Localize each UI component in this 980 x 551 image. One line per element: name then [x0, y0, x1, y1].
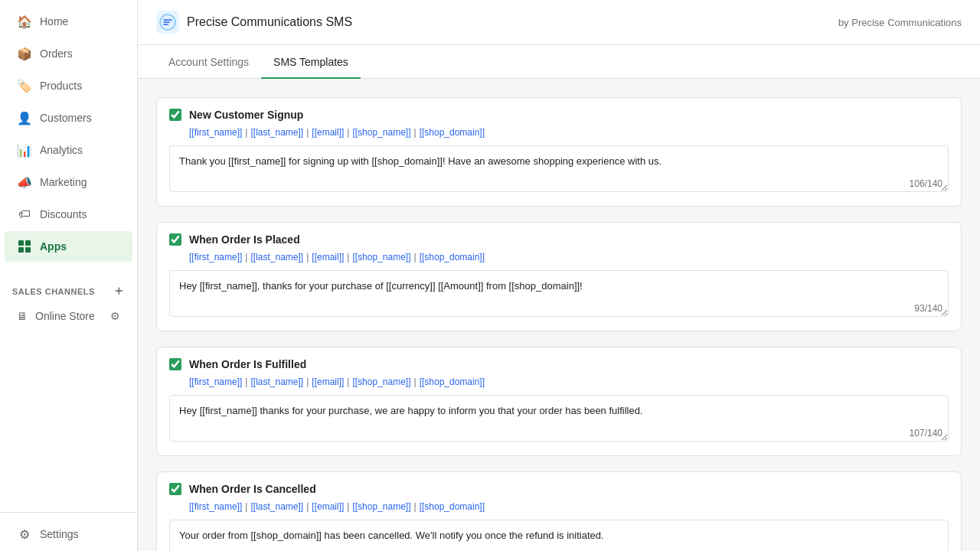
template-when-order-fulfilled-textarea[interactable]: Hey [[first_name]] thanks for your purch… — [169, 395, 949, 442]
template-new-customer-signup-textarea[interactable]: Thank you [[first_name]] for signing up … — [169, 145, 949, 192]
svg-rect-2 — [18, 247, 24, 253]
sidebar-item-products-label: Products — [40, 80, 82, 92]
tag-first-name-3[interactable]: [[first_name]] — [189, 501, 242, 512]
tag-last-name-3[interactable]: [[last_name]] — [250, 501, 303, 512]
template-when-order-fulfilled-checkbox[interactable] — [169, 358, 181, 370]
tab-sms-templates[interactable]: SMS Templates — [261, 45, 361, 79]
svg-rect-0 — [18, 240, 24, 246]
home-icon: 🏠 — [17, 14, 32, 29]
sales-channels-label: SALES CHANNELS — [12, 287, 95, 296]
sidebar-item-marketing[interactable]: 📣 Marketing — [5, 167, 132, 197]
sidebar-item-settings[interactable]: ⚙ Settings — [5, 519, 132, 549]
analytics-icon: 📊 — [17, 142, 32, 158]
tag-shop-name-2[interactable]: [[shop_name]] — [352, 377, 410, 387]
tag-first-name-1[interactable]: [[first_name]] — [189, 252, 242, 262]
sidebar-item-home[interactable]: 🏠 Home — [5, 6, 132, 37]
online-store-settings-icon[interactable]: ⚙ — [110, 310, 120, 322]
app-logo — [156, 11, 179, 34]
tag-shop-domain-2[interactable]: [[shop_domain]] — [420, 377, 485, 387]
tag-email-2[interactable]: [[email]] — [312, 377, 344, 387]
template-new-customer-signup-charcount: 106/140 — [910, 178, 942, 189]
template-when-order-placed-title: When Order Is Placed — [189, 233, 300, 246]
sidebar-item-orders-label: Orders — [40, 47, 73, 60]
main-content: Precise Communications SMS by Precise Co… — [138, 0, 980, 551]
tag-last-name-2[interactable]: [[last_name]] — [250, 377, 303, 387]
sidebar-item-online-store[interactable]: 🖥 Online Store ⚙ — [5, 304, 132, 328]
sidebar-item-discounts[interactable]: 🏷 Discounts — [5, 199, 132, 230]
tag-shop-name-1[interactable]: [[shop_name]] — [352, 252, 410, 262]
online-store-icon: 🖥 — [17, 310, 28, 322]
tag-shop-domain-1[interactable]: [[shop_domain]] — [420, 252, 485, 262]
app-header: Precise Communications SMS by Precise Co… — [138, 0, 980, 45]
tag-last-name-1[interactable]: [[last_name]] — [250, 252, 303, 262]
template-when-order-placed-tags: [[first_name]] | [[last_name]] | [[email… — [157, 252, 961, 270]
sidebar-item-products[interactable]: 🏷️ Products — [5, 70, 132, 101]
tag-first-name-0[interactable]: [[first_name]] — [189, 127, 242, 138]
orders-icon: 📦 — [17, 46, 32, 61]
template-when-order-fulfilled-tags: [[first_name]] | [[last_name]] | [[email… — [157, 377, 961, 395]
tag-email-3[interactable]: [[email]] — [312, 501, 344, 512]
add-sales-channel-button[interactable]: ＋ — [113, 283, 126, 299]
svg-rect-1 — [25, 240, 31, 246]
marketing-icon: 📣 — [17, 174, 32, 190]
template-new-customer-signup-title: New Customer Signup — [189, 109, 303, 121]
template-when-order-cancelled: When Order Is Cancelled [[first_name]] |… — [156, 471, 962, 551]
sidebar-item-customers[interactable]: 👤 Customers — [5, 103, 132, 133]
tag-email-0[interactable]: [[email]] — [312, 127, 344, 138]
sales-channels-section: SALES CHANNELS ＋ — [0, 276, 137, 302]
sidebar-item-apps-label: Apps — [40, 240, 67, 253]
apps-icon — [17, 239, 32, 254]
template-when-order-fulfilled-title: When Order Is Fulfilled — [189, 358, 306, 370]
customers-icon: 👤 — [17, 110, 32, 126]
template-when-order-fulfilled: When Order Is Fulfilled [[first_name]] |… — [156, 347, 962, 456]
content-area: New Customer Signup [[first_name]] | [[l… — [138, 79, 980, 551]
svg-rect-3 — [25, 247, 31, 253]
app-title: Precise Communications SMS — [187, 15, 352, 29]
tag-last-name-0[interactable]: [[last_name]] — [250, 127, 303, 138]
app-by-label: by Precise Communications — [838, 17, 962, 28]
tab-account-settings[interactable]: Account Settings — [156, 45, 261, 79]
template-when-order-cancelled-title: When Order Is Cancelled — [189, 483, 316, 495]
discounts-icon: 🏷 — [17, 207, 32, 222]
sidebar-item-analytics-label: Analytics — [40, 144, 83, 156]
template-when-order-placed-checkbox[interactable] — [169, 233, 181, 246]
template-when-order-cancelled-tags: [[first_name]] | [[last_name]] | [[email… — [157, 501, 961, 520]
tag-shop-name-3[interactable]: [[shop_name]] — [352, 501, 410, 512]
sidebar-item-marketing-label: Marketing — [40, 176, 87, 188]
template-new-customer-signup-tags: [[first_name]] | [[last_name]] | [[email… — [157, 127, 961, 145]
template-when-order-fulfilled-charcount: 107/140 — [910, 428, 942, 439]
sidebar-item-online-store-label: Online Store — [35, 310, 95, 322]
tag-shop-domain-3[interactable]: [[shop_domain]] — [420, 501, 485, 512]
template-when-order-cancelled-checkbox[interactable] — [169, 483, 181, 495]
sidebar-item-orders[interactable]: 📦 Orders — [5, 38, 132, 69]
tag-email-1[interactable]: [[email]] — [312, 252, 344, 262]
sidebar-item-discounts-label: Discounts — [40, 208, 87, 220]
template-new-customer-signup: New Customer Signup [[first_name]] | [[l… — [156, 97, 962, 207]
sidebar-item-analytics[interactable]: 📊 Analytics — [5, 135, 132, 165]
sidebar-item-home-label: Home — [40, 15, 68, 28]
tag-shop-name-0[interactable]: [[shop_name]] — [352, 127, 410, 138]
products-icon: 🏷️ — [17, 78, 32, 93]
template-new-customer-signup-checkbox[interactable] — [169, 109, 181, 121]
settings-icon: ⚙ — [17, 527, 32, 542]
template-when-order-placed-textarea[interactable]: Hey [[first_name]], thanks for your purc… — [169, 270, 949, 317]
template-when-order-placed: When Order Is Placed [[first_name]] | [[… — [156, 222, 962, 331]
sidebar: 🏠 Home 📦 Orders 🏷️ Products 👤 Customers … — [0, 0, 138, 551]
template-when-order-cancelled-textarea[interactable]: Your order from [[shop_domain]] has been… — [169, 520, 949, 551]
tabs-bar: Account Settings SMS Templates — [138, 45, 980, 79]
sidebar-item-apps[interactable]: Apps — [5, 231, 132, 262]
tag-first-name-2[interactable]: [[first_name]] — [189, 377, 242, 387]
sidebar-item-customers-label: Customers — [40, 112, 92, 124]
template-when-order-placed-charcount: 93/140 — [914, 303, 942, 314]
tag-shop-domain-0[interactable]: [[shop_domain]] — [420, 127, 485, 138]
sidebar-item-settings-label: Settings — [40, 528, 79, 540]
